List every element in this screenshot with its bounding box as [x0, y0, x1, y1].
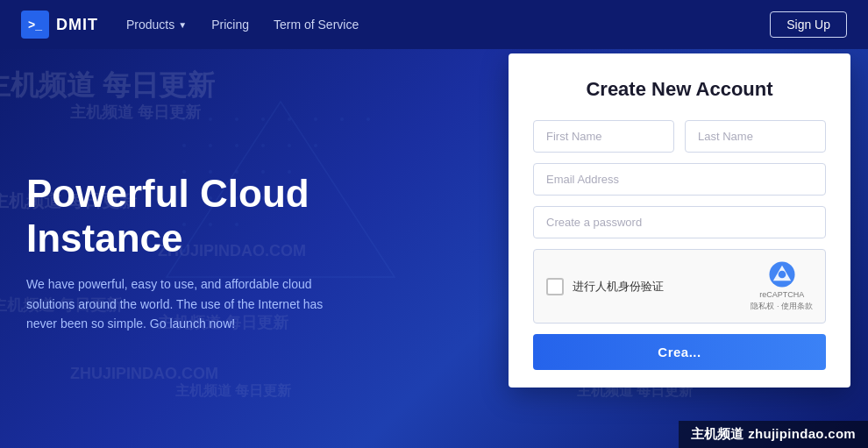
- nav-link-tos[interactable]: Term of Service: [274, 18, 359, 32]
- recaptcha-left: 进行人机身份验证: [546, 278, 664, 295]
- nav-products-label: Products: [126, 18, 174, 32]
- svg-point-10: [209, 144, 212, 147]
- chevron-down-icon: ▼: [178, 20, 187, 30]
- svg-point-14: [314, 144, 317, 147]
- hero-title: Powerful Cloud Instance: [26, 172, 342, 260]
- svg-point-3: [235, 117, 238, 121]
- password-input[interactable]: [533, 206, 826, 238]
- nav-pricing-label: Pricing: [211, 18, 249, 32]
- nav-tos-label: Term of Service: [274, 18, 359, 32]
- svg-point-11: [235, 144, 238, 147]
- hero-section: 主机频道 每日更新 ZHUJIPINDAO.COM 主机频道 每日更新 ZHUJ…: [0, 49, 868, 448]
- nav-links: Products ▼ Pricing Term of Service: [126, 18, 770, 32]
- svg-point-9: [182, 144, 186, 147]
- hero-subtitle: We have powerful, easy to use, and affor…: [26, 274, 342, 333]
- name-row: [533, 120, 826, 153]
- recaptcha-logo-icon: [768, 260, 796, 288]
- email-input[interactable]: [533, 163, 826, 196]
- navbar: >_ DMIT Products ▼ Pricing Term of Servi…: [0, 0, 868, 49]
- svg-point-2: [209, 117, 212, 121]
- signup-panel: Create New Account 进行人机身份验证 reCAPTCHA: [509, 53, 850, 388]
- signup-button[interactable]: Sign Up: [770, 11, 847, 38]
- recaptcha-checkbox[interactable]: [546, 278, 564, 295]
- svg-point-7: [340, 117, 344, 121]
- watermark-11: 主机频道 每日更新: [175, 382, 291, 401]
- hero-content: Powerful Cloud Instance We have powerful…: [26, 172, 342, 333]
- svg-point-4: [261, 117, 265, 121]
- create-account-button[interactable]: Crea...: [533, 334, 826, 370]
- svg-point-30: [778, 271, 786, 279]
- recaptcha-box[interactable]: 进行人机身份验证 reCAPTCHA 隐私权 · 使用条款: [533, 249, 826, 324]
- nav-link-pricing[interactable]: Pricing: [211, 18, 249, 32]
- logo-text: DMIT: [56, 16, 98, 34]
- logo-icon: >_: [21, 11, 49, 39]
- panel-title: Create New Account: [533, 78, 826, 101]
- recaptcha-links: 隐私权 · 使用条款: [751, 301, 813, 312]
- recaptcha-label: 进行人机身份验证: [573, 279, 664, 295]
- logo-area: >_ DMIT: [21, 11, 98, 39]
- svg-point-13: [288, 144, 291, 147]
- last-name-input[interactable]: [685, 120, 826, 153]
- svg-point-12: [261, 144, 265, 147]
- watermark-10: ZHUJIPINDAO.COM: [70, 365, 218, 383]
- recaptcha-right: reCAPTCHA 隐私权 · 使用条款: [751, 260, 813, 312]
- bottom-watermark: 主机频道 zhujipindao.com: [679, 421, 869, 448]
- svg-point-6: [314, 117, 317, 121]
- watermark-3: 主机频道 每日更新: [70, 102, 201, 123]
- svg-point-1: [182, 117, 186, 121]
- first-name-input[interactable]: [533, 120, 674, 153]
- nav-link-products[interactable]: Products ▼: [126, 18, 187, 32]
- svg-point-5: [288, 117, 291, 121]
- svg-point-8: [366, 117, 370, 121]
- recaptcha-brand: reCAPTCHA: [759, 290, 804, 299]
- watermark-1: 主机频道 每日更新: [0, 67, 215, 105]
